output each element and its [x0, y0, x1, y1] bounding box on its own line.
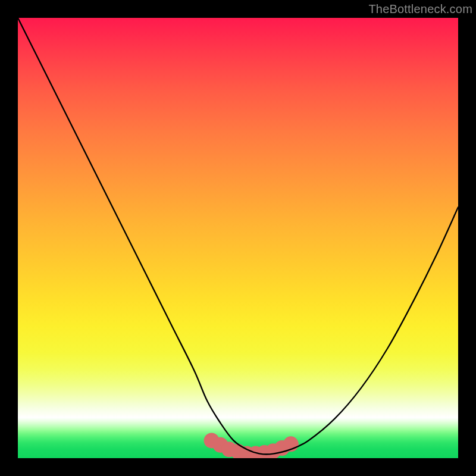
chart-frame: TheBottleneck.com [0, 0, 476, 476]
watermark-text: TheBottleneck.com [368, 2, 472, 16]
plot-area [18, 18, 458, 458]
heat-gradient-background [18, 18, 458, 458]
